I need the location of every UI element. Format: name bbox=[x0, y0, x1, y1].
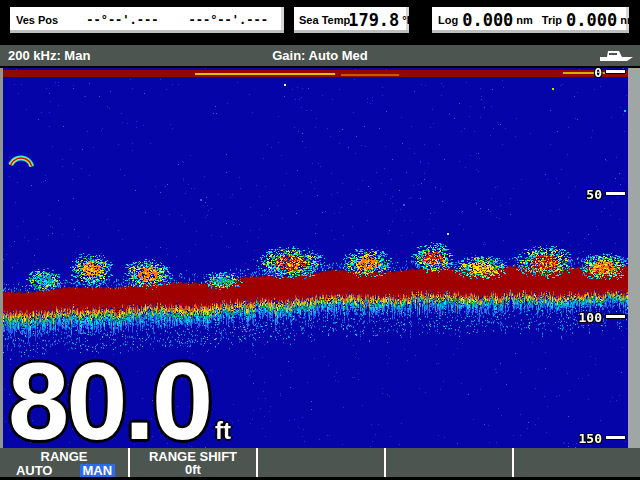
log-unit: nm bbox=[516, 14, 533, 26]
ves-pos-latitude: --°--'.--- bbox=[86, 13, 158, 27]
softkey-range-shift-value: 0ft bbox=[130, 463, 256, 477]
depth-unit: ft bbox=[215, 417, 231, 444]
sea-temp-box: Sea Temp 179.8 °F bbox=[292, 5, 411, 35]
softkey-range[interactable]: RANGE AUTO MAN bbox=[0, 448, 128, 477]
ves-pos-longitude: ---°--'.--- bbox=[188, 13, 267, 27]
sea-temp-unit: °F bbox=[402, 14, 413, 26]
softkey-range-shift[interactable]: RANGE SHIFT 0ft bbox=[128, 448, 256, 477]
vessel-position-box: Ves Pos --°--'.--- ---°--'.--- bbox=[8, 5, 286, 35]
softkey-range-auto-option[interactable]: AUTO bbox=[13, 464, 56, 477]
sonar-display-area: 80.0ft bbox=[0, 68, 640, 448]
sea-temp-label: Sea Temp bbox=[299, 14, 350, 26]
trip-label: Trip bbox=[542, 14, 562, 26]
depth-readout: 80.0ft bbox=[8, 346, 231, 456]
softkey-bar: RANGE AUTO MAN RANGE SHIFT 0ft bbox=[0, 448, 640, 480]
right-bezel bbox=[628, 68, 640, 448]
depth-value: 80.0 bbox=[8, 339, 210, 462]
softkey-range-man-option[interactable]: MAN bbox=[80, 464, 116, 477]
log-trip-box: Log 0.000 nm Trip 0.000 nm bbox=[430, 5, 631, 35]
sounder-mode-bar: 200 kHz: Man Gain: Auto Med bbox=[0, 45, 640, 66]
softkey-empty-4[interactable] bbox=[384, 448, 512, 477]
ves-pos-label: Ves Pos bbox=[16, 14, 58, 26]
boat-icon bbox=[598, 48, 634, 66]
trip-value: 0.000 bbox=[566, 10, 617, 30]
gain-mode-label: Gain: Auto Med bbox=[0, 48, 640, 63]
softkey-empty-3[interactable] bbox=[256, 448, 384, 477]
softkey-empty-5[interactable] bbox=[512, 448, 640, 477]
log-label: Log bbox=[438, 14, 458, 26]
sea-temp-value: 179.8 bbox=[348, 10, 399, 30]
fishfinder-screen: Ves Pos --°--'.--- ---°--'.--- Sea Temp … bbox=[0, 0, 640, 480]
softkey-range-title: RANGE bbox=[0, 450, 128, 463]
log-value: 0.000 bbox=[462, 10, 513, 30]
trip-unit: nm bbox=[620, 14, 637, 26]
instrument-data-bar: Ves Pos --°--'.--- ---°--'.--- Sea Temp … bbox=[0, 0, 640, 44]
